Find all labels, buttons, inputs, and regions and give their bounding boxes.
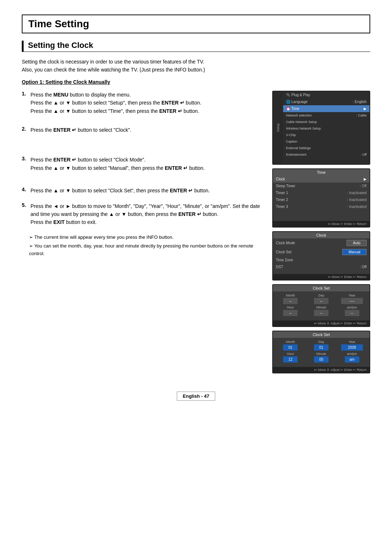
day-label: Day (307, 294, 336, 297)
intro-text: Setting the clock is necessary in order … (22, 58, 370, 74)
menu-item-cable-net: Cable Network Setup (283, 119, 369, 125)
item-value: : Inactivated (347, 198, 367, 202)
item-value: : Off (360, 265, 367, 269)
step-5: 5. Press the ◄ or ► button to move to "M… (22, 202, 264, 226)
menu-label: ⏰ Time (286, 107, 299, 111)
menu-label: Entertainment (286, 153, 306, 156)
minute-value: -- (314, 310, 328, 316)
step-4-text: Press the ▲ or ▼ button to select "Clock… (30, 187, 210, 195)
screen-clock-set-filled: Clock Set Month 01 Day 01 Year 2008 (272, 331, 370, 373)
screen-setup: Setup 🔌 Plug & Play 🌐 Language : English… (272, 91, 370, 165)
hour-cell-empty: Hour -- (276, 306, 305, 316)
month-cell-empty: Month -- (276, 294, 305, 304)
year-label: Year (337, 340, 367, 344)
minute-value[interactable]: 00 (314, 356, 328, 363)
footer-text: ⇔ Move ↵ Enter ↩ Return (328, 275, 367, 279)
ampm-label: am/pm (337, 352, 367, 356)
ampm-cell-filled: am/pm am (337, 352, 367, 363)
item-label: Time Zone (276, 258, 293, 262)
time-item-timer3: Timer 3 : Inactivated (273, 203, 369, 210)
hour-label: Hour (276, 352, 305, 356)
footer-text: ⇔ Move ↵ Enter ↩ Return (328, 222, 367, 226)
step-3-num: 3. (22, 156, 28, 172)
clock-mode-auto[interactable]: Auto (347, 240, 367, 246)
screen-clock-set-empty: Clock Set Month -- Day -- Year ---- (272, 284, 370, 327)
item-value: : Inactivated (347, 205, 367, 209)
step-3-text: Press the ENTER ↵ button to select "Cloc… (30, 156, 205, 172)
time-item-clock[interactable]: Clock ▶ (273, 176, 369, 183)
instructions-panel: 1. Press the MENU button to display the … (22, 91, 264, 373)
step-5-num: 5. (22, 202, 28, 226)
menu-item-network-sel: Network selection : Cable (283, 112, 369, 119)
section-title: Setting the Clock (22, 41, 370, 52)
minute-label: Minute (307, 352, 336, 356)
menu-item-wireless-net: Wireless Network Setup (283, 125, 369, 132)
option-title: Option 1: Setting the Clock Manually (22, 79, 370, 85)
step-1-num: 1. (22, 91, 28, 115)
menu-item-caption: Caption (283, 138, 369, 145)
notes: ➢ The current time will appear every tim… (29, 234, 264, 258)
year-label: Year (337, 294, 367, 297)
menu-item-ext-settings: External Settings (283, 145, 369, 151)
hour-label: Hour (276, 306, 305, 309)
menu-value: : Off (360, 153, 367, 156)
item-label: Timer 2 (276, 198, 288, 202)
clock-mode-manual[interactable]: Manual (342, 249, 367, 255)
ampm-label: am/pm (337, 306, 367, 309)
menu-value: : English (353, 100, 367, 104)
item-value: : Inactivated (347, 191, 367, 195)
footer-text: ⇔ Move ⇕ Adjust ↵ Enter ↩ Return (314, 322, 367, 325)
page-footer: English - 47 (22, 388, 370, 401)
screen-time-title: Time (273, 169, 369, 176)
hour-value[interactable]: 12 (283, 356, 298, 363)
hour-value: -- (283, 310, 298, 316)
footer-text: English - 47 (177, 392, 216, 401)
step-2-num: 2. (22, 126, 28, 134)
menu-value: ▶ (364, 107, 367, 111)
menu-item-language: 🌐 Language : English (283, 98, 369, 105)
note-1: ➢ The current time will appear every tim… (29, 234, 264, 241)
menu-label: 🔌 Plug & Play (286, 93, 310, 97)
year-cell-filled: Year 2008 (337, 340, 367, 351)
minute-cell-empty: Minute -- (307, 306, 336, 316)
month-value[interactable]: 01 (283, 344, 298, 351)
year-value: ---- (341, 298, 363, 304)
menu-label: 🌐 Language (286, 100, 307, 104)
menu-item-entertainment: Entertainment : Off (283, 151, 369, 158)
step-2: 2. Press the ENTER ↵ button to select "C… (22, 126, 264, 134)
month-cell-filled: Month 01 (276, 340, 305, 351)
step-1-text: Press the MENU button to display the men… (30, 91, 201, 115)
menu-item-time[interactable]: ⏰ Time ▶ (283, 105, 369, 112)
screen-clock-menu: Clock Clock Mode Auto Clock Set Manual T… (272, 231, 370, 281)
item-label: Clock (276, 177, 285, 181)
clock-menu-footer: ⇔ Move ↵ Enter ↩ Return (273, 274, 369, 280)
screen-clock-set-filled-title: Clock Set (273, 331, 369, 338)
clock-item-dst: DST : Off (273, 263, 369, 270)
day-cell-empty: Day -- (307, 294, 336, 304)
item-label: Clock Mode (276, 241, 295, 245)
page-title: Time Setting (22, 15, 370, 33)
ampm-value[interactable]: am (345, 356, 359, 363)
intro-line-1: Setting the clock is necessary in order … (22, 59, 204, 65)
ampm-cell-empty: am/pm -- (337, 306, 367, 316)
menu-item-plug-play: 🔌 Plug & Play (283, 91, 369, 98)
clock-item-timezone: Time Zone (273, 257, 369, 263)
item-label: Timer 3 (276, 205, 288, 209)
item-label: Clock Set (276, 250, 291, 254)
step-1: 1. Press the MENU button to display the … (22, 91, 264, 115)
time-item-timer1: Timer 1 : Inactivated (273, 189, 369, 196)
item-label: DST (276, 265, 283, 269)
time-item-sleep: Sleep Timer : Off (273, 183, 369, 189)
month-label: Month (276, 340, 305, 344)
year-value[interactable]: 2008 (341, 344, 363, 351)
ampm-value: -- (345, 310, 359, 316)
menu-label: Wireless Network Setup (286, 127, 321, 130)
step-4: 4. Press the ▲ or ▼ button to select "Cl… (22, 187, 264, 195)
menu-label: Network selection (286, 114, 312, 117)
screen-clock-set-empty-title: Clock Set (273, 285, 369, 291)
sidebar-label: Setup (276, 123, 280, 132)
day-value[interactable]: 01 (314, 344, 328, 351)
month-value: -- (283, 298, 298, 304)
clock-set-empty-footer: ⇔ Move ⇕ Adjust ↵ Enter ↩ Return (273, 320, 369, 326)
day-value: -- (314, 298, 328, 304)
